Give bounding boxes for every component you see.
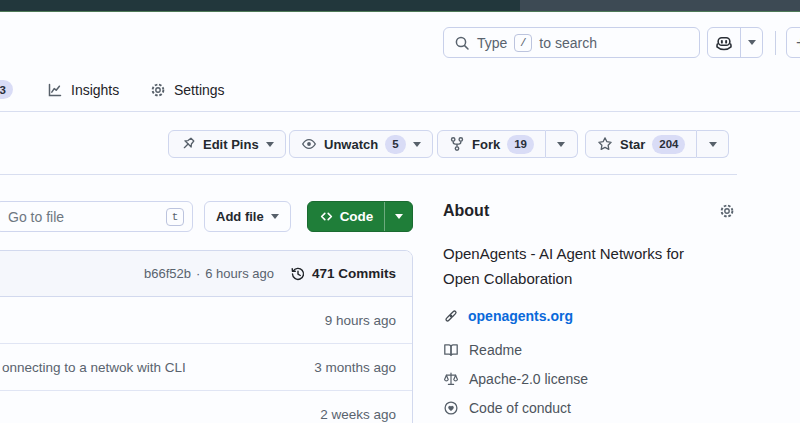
latest-commit-meta[interactable]: b66f52b · 6 hours ago [144, 266, 274, 281]
commit-age: 3 months ago [314, 360, 396, 375]
repo-description: OpenAgents - AI Agent Networks for Open … [443, 241, 723, 291]
unwatch-button[interactable]: Unwatch 5 [289, 130, 433, 158]
slash-keycap: / [514, 34, 532, 52]
readme-label: Readme [469, 342, 522, 358]
code-icon [319, 209, 334, 224]
file-row[interactable]: 2 weeks ago [0, 391, 412, 423]
edit-pins-button[interactable]: Edit Pins [168, 130, 286, 158]
global-search-input[interactable]: Type / to search [443, 27, 700, 58]
commit-time: 6 hours ago [205, 266, 274, 281]
nav-divider [775, 31, 776, 55]
file-row[interactable]: onnecting to a netwok with CLI 3 months … [0, 344, 412, 391]
star-icon [597, 136, 613, 152]
star-count-badge: 204 [652, 135, 685, 154]
code-of-conduct-link[interactable]: Code of conduct [443, 397, 735, 418]
graph-icon [47, 82, 63, 98]
file-list-panel: b66f52b · 6 hours ago 471 Commits 9 hour… [0, 250, 413, 423]
unwatch-label: Unwatch [324, 137, 378, 152]
code-button[interactable]: Code [308, 202, 384, 231]
law-icon [443, 371, 459, 387]
watch-count-badge: 5 [385, 135, 405, 154]
star-dropdown-caret[interactable] [697, 130, 729, 158]
plus-icon: + [796, 33, 800, 53]
code-dropdown-caret[interactable] [384, 202, 412, 231]
conduct-label: Code of conduct [469, 400, 571, 416]
search-placeholder-prefix: Type [477, 35, 507, 51]
copilot-dropdown-caret[interactable] [741, 28, 762, 57]
go-to-file-field: t [0, 201, 193, 232]
commit-separator: · [196, 266, 200, 281]
search-icon [454, 35, 470, 51]
go-to-file-input[interactable] [8, 209, 166, 225]
top-window-bar-right-segment [520, 0, 800, 11]
commits-count-label: 471 Commits [312, 266, 396, 281]
copilot-icon[interactable] [708, 28, 741, 57]
book-icon [443, 342, 459, 358]
about-title: About [443, 202, 489, 220]
fork-dropdown-caret[interactable] [546, 130, 578, 158]
file-row[interactable]: 9 hours ago [0, 297, 412, 344]
fork-button[interactable]: Fork 19 [437, 130, 546, 158]
tab-counter-badge[interactable]: 13 [0, 80, 13, 99]
readme-link[interactable]: Readme [443, 339, 735, 360]
fork-split-button: Fork 19 [437, 130, 578, 158]
code-label: Code [340, 209, 374, 224]
website-link[interactable]: openagents.org [468, 308, 573, 324]
top-window-bar [0, 0, 800, 12]
tab-settings[interactable]: Settings [150, 79, 225, 101]
about-settings-gear-icon[interactable] [719, 203, 735, 219]
link-icon [443, 308, 459, 324]
about-section: About OpenAgents - AI Agent Networks for… [443, 202, 735, 423]
repo-forked-icon [449, 136, 465, 152]
commit-age: 2 weeks ago [320, 407, 396, 422]
pin-icon [180, 136, 196, 152]
tab-insights[interactable]: Insights [47, 79, 119, 101]
add-file-label: Add file [216, 209, 264, 224]
add-file-button[interactable]: Add file [204, 201, 291, 232]
tab-insights-label: Insights [71, 82, 119, 98]
search-placeholder-suffix: to search [539, 35, 597, 51]
commit-sha[interactable]: b66f52b [144, 266, 191, 281]
chevron-down-icon [271, 214, 279, 219]
history-icon [290, 266, 306, 282]
star-label: Star [620, 137, 645, 152]
t-keycap: t [166, 208, 184, 226]
tab-settings-label: Settings [174, 82, 225, 98]
latest-commit-bar: b66f52b · 6 hours ago 471 Commits [0, 251, 412, 297]
create-new-button-partial[interactable]: + [786, 27, 800, 58]
code-split-button: Code [307, 201, 413, 232]
star-split-button: Star 204 [585, 130, 729, 158]
fork-count-badge: 19 [507, 135, 534, 154]
edit-pins-label: Edit Pins [203, 137, 259, 152]
code-of-conduct-icon [443, 400, 459, 416]
github-repo-page: Type / to search + 13 Insights [0, 0, 800, 423]
commit-age: 9 hours ago [325, 313, 396, 328]
chevron-down-icon [413, 142, 421, 147]
license-label: Apache-2.0 license [469, 371, 588, 387]
commit-history-link[interactable]: 471 Commits [290, 266, 396, 282]
chevron-down-icon [266, 142, 274, 147]
fork-label: Fork [472, 137, 500, 152]
tabs-bottom-border [0, 111, 800, 112]
copilot-split-button[interactable] [707, 27, 763, 58]
header-divider [0, 174, 737, 175]
license-link[interactable]: Apache-2.0 license [443, 368, 735, 389]
gear-icon [150, 82, 166, 98]
commit-message[interactable]: onnecting to a netwok with CLI [2, 360, 314, 375]
eye-icon [301, 136, 317, 152]
star-button[interactable]: Star 204 [585, 130, 697, 158]
